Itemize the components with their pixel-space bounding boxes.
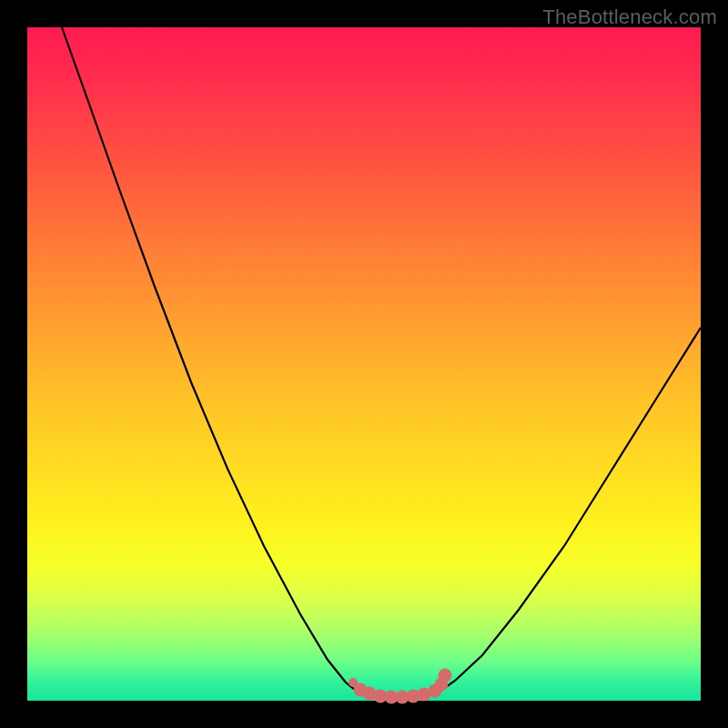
valley-marker xyxy=(439,669,452,682)
right-curve-path xyxy=(437,328,701,693)
left-curve-path xyxy=(62,27,359,693)
plot-area xyxy=(27,27,701,701)
chart-frame: TheBottleneck.com xyxy=(0,0,728,728)
bottleneck-curve xyxy=(27,27,701,701)
watermark-label: TheBottleneck.com xyxy=(542,5,717,29)
valley-markers xyxy=(349,669,452,704)
